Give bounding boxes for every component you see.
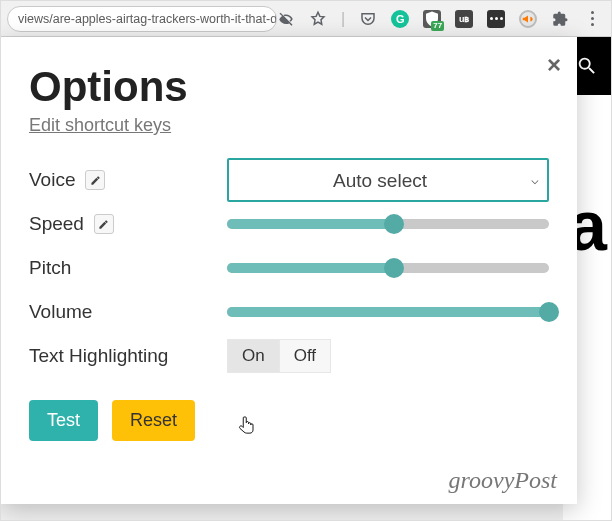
options-panel: × Options Edit shortcut keys Voice Auto …: [1, 37, 577, 504]
more-ext-icon[interactable]: [487, 10, 505, 28]
highlight-on-button[interactable]: On: [227, 339, 280, 373]
megaphone-icon[interactable]: [519, 10, 537, 28]
extensions-icon[interactable]: [551, 10, 569, 28]
row-pitch: Pitch: [29, 246, 549, 290]
row-voice: Voice Auto select: [29, 158, 549, 202]
footer-buttons: Test Reset: [29, 400, 549, 441]
highlight-toggle: On Off: [227, 339, 331, 373]
address-bar[interactable]: views/are-apples-airtag-trackers-worth-i…: [7, 6, 277, 32]
edit-speed-icon[interactable]: [94, 214, 114, 234]
browser-extension-icons: | G 77 uʙ: [277, 10, 609, 28]
star-icon[interactable]: [309, 10, 327, 28]
chrome-menu-icon[interactable]: [583, 10, 601, 28]
pencil-icon: [90, 175, 101, 186]
close-icon[interactable]: ×: [547, 53, 561, 77]
highlight-off-button[interactable]: Off: [280, 339, 331, 373]
speed-label: Speed: [29, 213, 84, 235]
volume-slider[interactable]: [227, 302, 549, 322]
grammarly-icon[interactable]: G: [391, 10, 409, 28]
reset-button[interactable]: Reset: [112, 400, 195, 441]
pitch-label: Pitch: [29, 257, 71, 279]
pitch-slider[interactable]: [227, 258, 549, 278]
highlight-label: Text Highlighting: [29, 345, 168, 367]
row-volume: Volume: [29, 290, 549, 334]
speed-slider[interactable]: [227, 214, 549, 234]
row-highlight: Text Highlighting On Off: [29, 334, 549, 378]
page-title: Options: [29, 63, 549, 111]
shield-ext-icon[interactable]: 77: [423, 10, 441, 28]
shield-badge-count: 77: [431, 21, 444, 31]
pencil-icon: [98, 219, 109, 230]
url-text: views/are-apples-airtag-trackers-worth-i…: [18, 12, 277, 26]
row-speed: Speed: [29, 202, 549, 246]
edit-voice-icon[interactable]: [85, 170, 105, 190]
browser-toolbar: views/are-apples-airtag-trackers-worth-i…: [1, 1, 611, 37]
voice-label: Voice: [29, 169, 75, 191]
pocket-icon[interactable]: [359, 10, 377, 28]
watermark: groovyPost: [449, 467, 557, 494]
volume-label: Volume: [29, 301, 92, 323]
search-icon[interactable]: [576, 55, 598, 77]
test-button[interactable]: Test: [29, 400, 98, 441]
ublock-icon[interactable]: uʙ: [455, 10, 473, 28]
edit-shortcuts-link[interactable]: Edit shortcut keys: [29, 115, 549, 136]
voice-select[interactable]: Auto select: [227, 158, 549, 202]
eye-off-icon[interactable]: [277, 10, 295, 28]
